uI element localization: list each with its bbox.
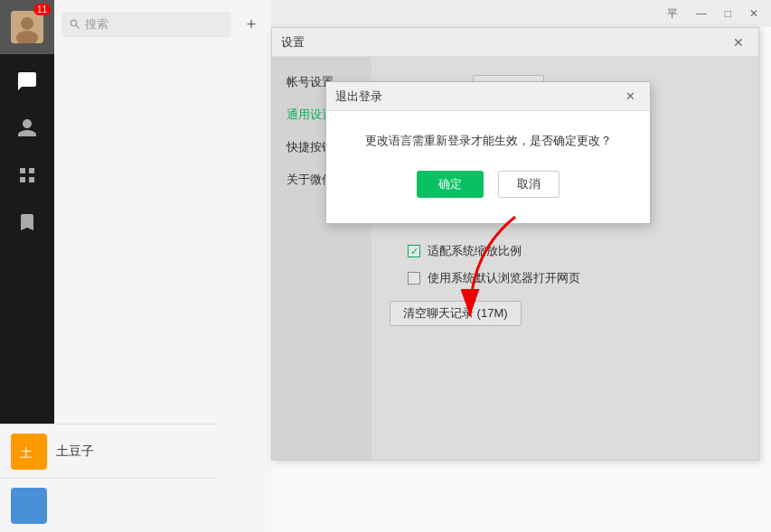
titlebar-close-btn[interactable]: ✕ (744, 5, 764, 22)
titlebar-min-btn[interactable]: 平 (662, 5, 683, 23)
search-input-wrapper[interactable]: 搜索 (61, 12, 231, 37)
svg-point-1 (21, 17, 33, 30)
dialog-title: 退出登录 (335, 89, 382, 105)
title-bar: 平 — □ ✕ (271, 0, 771, 27)
search-icon (69, 18, 81, 31)
chat-name: 土豆子 (56, 443, 206, 460)
settings-titlebar: 设置 ✕ (272, 28, 758, 57)
sidebar-item-bookmark[interactable] (7, 202, 47, 242)
avatar-container[interactable]: 11 (0, 0, 54, 54)
titlebar-maximize-btn[interactable]: □ (719, 5, 737, 22)
notification-badge: 11 (33, 4, 51, 15)
svg-rect-5 (14, 491, 43, 520)
bottom-chat-items: 土 土豆子 (0, 424, 217, 532)
dialog-buttons: 确定 取消 (348, 171, 628, 212)
confirm-dialog: 退出登录 ✕ 更改语言需重新登录才能生效，是否确定更改？ 确定 取消 (325, 81, 651, 224)
settings-close-btn[interactable]: ✕ (728, 33, 749, 51)
sidebar-item-contacts[interactable] (7, 108, 47, 148)
confirm-button[interactable]: 确定 (417, 171, 484, 198)
dialog-titlebar: 退出登录 ✕ (326, 82, 650, 111)
dialog-close-btn[interactable]: ✕ (620, 88, 641, 105)
sidebar-item-chat[interactable] (7, 61, 47, 101)
dialog-message: 更改语言需重新登录才能生效，是否确定更改？ (348, 133, 628, 149)
chat-thumb: 土 (11, 434, 47, 470)
avatar (11, 11, 43, 43)
cancel-button[interactable]: 取消 (498, 171, 559, 198)
sidebar-nav (7, 61, 47, 481)
chat-info: 土豆子 (56, 443, 206, 460)
dialog-body: 更改语言需重新登录才能生效，是否确定更改？ 确定 取消 (326, 111, 650, 223)
add-button[interactable]: + (239, 12, 264, 37)
main-content: 平 — □ ✕ 设置 ✕ 帐号设置 通用设置 快捷按键 关于微信 语言 Engl… (271, 0, 771, 532)
search-bar: 搜索 + (54, 0, 271, 49)
list-item[interactable]: 土 土豆子 (0, 424, 217, 478)
sidebar-item-apps[interactable] (7, 155, 47, 195)
list-item[interactable] (0, 478, 217, 532)
chat-thumb (11, 488, 47, 524)
titlebar-minimize-btn[interactable]: — (691, 5, 712, 22)
search-placeholder: 搜索 (85, 16, 108, 33)
svg-text:土: 土 (20, 445, 33, 460)
chat-list-area: 搜索 + 土 土豆子 (54, 0, 271, 532)
settings-title: 设置 (281, 34, 305, 51)
